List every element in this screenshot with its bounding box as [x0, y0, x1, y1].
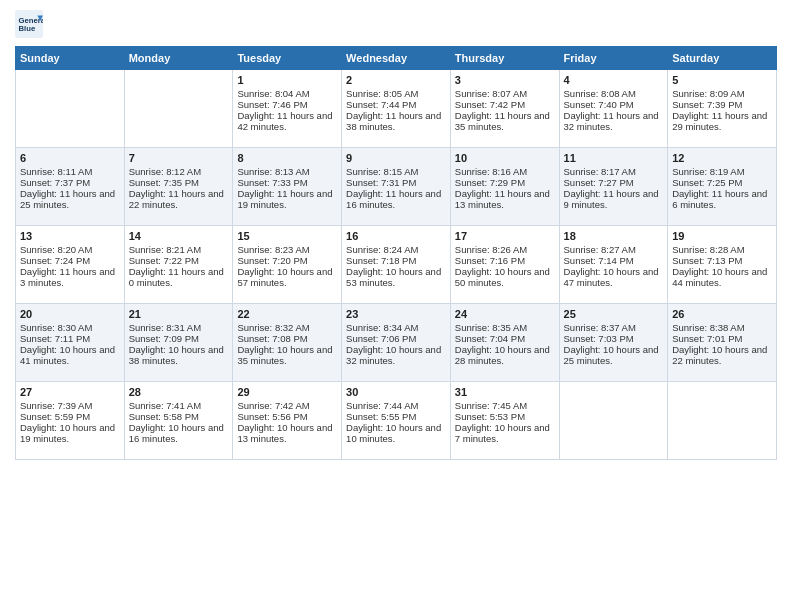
- cell-info-line: Sunrise: 8:15 AM: [346, 166, 446, 177]
- calendar-cell: 28Sunrise: 7:41 AMSunset: 5:58 PMDayligh…: [124, 382, 233, 460]
- cell-info-line: Sunset: 7:11 PM: [20, 333, 120, 344]
- cell-info-line: Daylight: 10 hours and 53 minutes.: [346, 266, 446, 288]
- calendar-cell: 10Sunrise: 8:16 AMSunset: 7:29 PMDayligh…: [450, 148, 559, 226]
- calendar-header-row: SundayMondayTuesdayWednesdayThursdayFrid…: [16, 47, 777, 70]
- cell-info-line: Sunrise: 7:45 AM: [455, 400, 555, 411]
- cell-info-line: Sunrise: 8:28 AM: [672, 244, 772, 255]
- weekday-header-friday: Friday: [559, 47, 668, 70]
- calendar-cell: [16, 70, 125, 148]
- calendar-cell: 7Sunrise: 8:12 AMSunset: 7:35 PMDaylight…: [124, 148, 233, 226]
- calendar-table: SundayMondayTuesdayWednesdayThursdayFrid…: [15, 46, 777, 460]
- day-number: 13: [20, 230, 120, 242]
- cell-info-line: Sunrise: 8:26 AM: [455, 244, 555, 255]
- cell-info-line: Daylight: 10 hours and 19 minutes.: [20, 422, 120, 444]
- day-number: 4: [564, 74, 664, 86]
- calendar-cell: 13Sunrise: 8:20 AMSunset: 7:24 PMDayligh…: [16, 226, 125, 304]
- cell-info-line: Sunrise: 7:39 AM: [20, 400, 120, 411]
- calendar-cell: 20Sunrise: 8:30 AMSunset: 7:11 PMDayligh…: [16, 304, 125, 382]
- cell-info-line: Sunset: 7:14 PM: [564, 255, 664, 266]
- day-number: 9: [346, 152, 446, 164]
- cell-info-line: Sunset: 7:09 PM: [129, 333, 229, 344]
- calendar-cell: 23Sunrise: 8:34 AMSunset: 7:06 PMDayligh…: [342, 304, 451, 382]
- calendar-cell: 15Sunrise: 8:23 AMSunset: 7:20 PMDayligh…: [233, 226, 342, 304]
- cell-info-line: Daylight: 11 hours and 19 minutes.: [237, 188, 337, 210]
- calendar-cell: 1Sunrise: 8:04 AMSunset: 7:46 PMDaylight…: [233, 70, 342, 148]
- cell-info-line: Daylight: 11 hours and 0 minutes.: [129, 266, 229, 288]
- cell-info-line: Daylight: 10 hours and 35 minutes.: [237, 344, 337, 366]
- day-number: 8: [237, 152, 337, 164]
- cell-info-line: Sunrise: 8:17 AM: [564, 166, 664, 177]
- calendar-cell: 18Sunrise: 8:27 AMSunset: 7:14 PMDayligh…: [559, 226, 668, 304]
- day-number: 27: [20, 386, 120, 398]
- day-number: 5: [672, 74, 772, 86]
- cell-info-line: Sunrise: 8:07 AM: [455, 88, 555, 99]
- cell-info-line: Sunrise: 8:23 AM: [237, 244, 337, 255]
- cell-info-line: Sunset: 5:59 PM: [20, 411, 120, 422]
- calendar-cell: 16Sunrise: 8:24 AMSunset: 7:18 PMDayligh…: [342, 226, 451, 304]
- calendar-cell: 27Sunrise: 7:39 AMSunset: 5:59 PMDayligh…: [16, 382, 125, 460]
- day-number: 14: [129, 230, 229, 242]
- day-number: 18: [564, 230, 664, 242]
- cell-info-line: Daylight: 10 hours and 41 minutes.: [20, 344, 120, 366]
- calendar-cell: 9Sunrise: 8:15 AMSunset: 7:31 PMDaylight…: [342, 148, 451, 226]
- cell-info-line: Sunrise: 7:44 AM: [346, 400, 446, 411]
- cell-info-line: Daylight: 11 hours and 13 minutes.: [455, 188, 555, 210]
- day-number: 1: [237, 74, 337, 86]
- cell-info-line: Sunset: 7:40 PM: [564, 99, 664, 110]
- day-number: 23: [346, 308, 446, 320]
- weekday-header-wednesday: Wednesday: [342, 47, 451, 70]
- cell-info-line: Sunrise: 8:08 AM: [564, 88, 664, 99]
- calendar-cell: 14Sunrise: 8:21 AMSunset: 7:22 PMDayligh…: [124, 226, 233, 304]
- day-number: 17: [455, 230, 555, 242]
- cell-info-line: Sunrise: 8:16 AM: [455, 166, 555, 177]
- cell-info-line: Daylight: 11 hours and 35 minutes.: [455, 110, 555, 132]
- calendar-cell: 6Sunrise: 8:11 AMSunset: 7:37 PMDaylight…: [16, 148, 125, 226]
- cell-info-line: Sunset: 7:37 PM: [20, 177, 120, 188]
- cell-info-line: Sunrise: 8:09 AM: [672, 88, 772, 99]
- cell-info-line: Daylight: 11 hours and 42 minutes.: [237, 110, 337, 132]
- cell-info-line: Sunset: 7:33 PM: [237, 177, 337, 188]
- day-number: 19: [672, 230, 772, 242]
- calendar-week-row: 20Sunrise: 8:30 AMSunset: 7:11 PMDayligh…: [16, 304, 777, 382]
- calendar-cell: 22Sunrise: 8:32 AMSunset: 7:08 PMDayligh…: [233, 304, 342, 382]
- cell-info-line: Daylight: 10 hours and 13 minutes.: [237, 422, 337, 444]
- cell-info-line: Daylight: 11 hours and 25 minutes.: [20, 188, 120, 210]
- cell-info-line: Sunset: 7:39 PM: [672, 99, 772, 110]
- day-number: 16: [346, 230, 446, 242]
- cell-info-line: Sunrise: 8:19 AM: [672, 166, 772, 177]
- cell-info-line: Sunrise: 8:34 AM: [346, 322, 446, 333]
- cell-info-line: Sunrise: 8:21 AM: [129, 244, 229, 255]
- day-number: 29: [237, 386, 337, 398]
- day-number: 10: [455, 152, 555, 164]
- cell-info-line: Sunset: 7:13 PM: [672, 255, 772, 266]
- calendar-cell: 11Sunrise: 8:17 AMSunset: 7:27 PMDayligh…: [559, 148, 668, 226]
- calendar-cell: 29Sunrise: 7:42 AMSunset: 5:56 PMDayligh…: [233, 382, 342, 460]
- day-number: 15: [237, 230, 337, 242]
- cell-info-line: Daylight: 10 hours and 44 minutes.: [672, 266, 772, 288]
- weekday-header-tuesday: Tuesday: [233, 47, 342, 70]
- calendar-cell: 25Sunrise: 8:37 AMSunset: 7:03 PMDayligh…: [559, 304, 668, 382]
- calendar-cell: 3Sunrise: 8:07 AMSunset: 7:42 PMDaylight…: [450, 70, 559, 148]
- cell-info-line: Sunset: 7:44 PM: [346, 99, 446, 110]
- cell-info-line: Sunrise: 8:05 AM: [346, 88, 446, 99]
- cell-info-line: Sunset: 7:31 PM: [346, 177, 446, 188]
- cell-info-line: Sunset: 5:53 PM: [455, 411, 555, 422]
- cell-info-line: Sunset: 7:25 PM: [672, 177, 772, 188]
- weekday-header-saturday: Saturday: [668, 47, 777, 70]
- logo: General Blue: [15, 10, 47, 38]
- weekday-header-thursday: Thursday: [450, 47, 559, 70]
- cell-info-line: Sunset: 7:01 PM: [672, 333, 772, 344]
- calendar-cell: [559, 382, 668, 460]
- calendar-cell: 2Sunrise: 8:05 AMSunset: 7:44 PMDaylight…: [342, 70, 451, 148]
- cell-info-line: Sunrise: 8:04 AM: [237, 88, 337, 99]
- calendar-cell: 12Sunrise: 8:19 AMSunset: 7:25 PMDayligh…: [668, 148, 777, 226]
- day-number: 2: [346, 74, 446, 86]
- logo-icon: General Blue: [15, 10, 43, 38]
- cell-info-line: Sunset: 5:58 PM: [129, 411, 229, 422]
- cell-info-line: Sunrise: 8:27 AM: [564, 244, 664, 255]
- calendar-cell: 21Sunrise: 8:31 AMSunset: 7:09 PMDayligh…: [124, 304, 233, 382]
- calendar-cell: 8Sunrise: 8:13 AMSunset: 7:33 PMDaylight…: [233, 148, 342, 226]
- cell-info-line: Daylight: 11 hours and 32 minutes.: [564, 110, 664, 132]
- cell-info-line: Sunrise: 8:12 AM: [129, 166, 229, 177]
- svg-text:Blue: Blue: [19, 24, 36, 33]
